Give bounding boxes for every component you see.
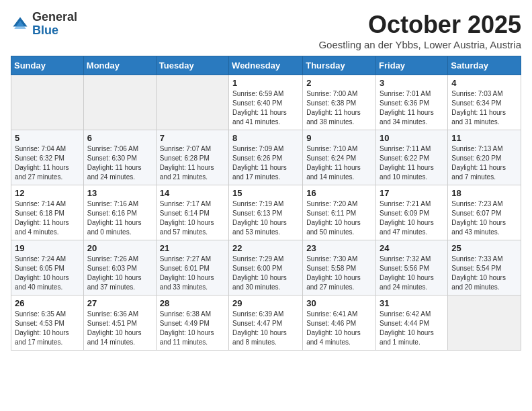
calendar-table: SundayMondayTuesdayWednesdayThursdayFrid… [11,56,521,351]
calendar-cell: 6Sunrise: 7:06 AMSunset: 6:30 PMDaylight… [83,130,156,185]
calendar-cell: 9Sunrise: 7:10 AMSunset: 6:24 PMDaylight… [303,130,376,185]
calendar-cell: 7Sunrise: 7:07 AMSunset: 6:28 PMDaylight… [156,130,228,185]
calendar-cell: 15Sunrise: 7:19 AMSunset: 6:13 PMDayligh… [229,185,303,240]
day-number: 8 [232,133,299,143]
day-number: 15 [232,188,299,198]
day-number: 21 [160,243,225,253]
day-number: 24 [380,243,444,253]
day-of-week-header: Tuesday [156,56,228,75]
day-info: Sunrise: 6:35 AMSunset: 4:53 PMDaylight:… [15,310,80,347]
day-number: 28 [160,298,225,308]
calendar-cell: 14Sunrise: 7:17 AMSunset: 6:14 PMDayligh… [156,185,228,240]
logo-icon [11,15,30,34]
day-info: Sunrise: 7:04 AMSunset: 6:32 PMDaylight:… [15,144,80,182]
day-info: Sunrise: 6:41 AMSunset: 4:46 PMDaylight:… [306,310,372,347]
logo: General Blue [11,11,77,38]
day-info: Sunrise: 7:29 AMSunset: 6:00 PMDaylight:… [232,255,299,292]
day-of-week-header: Monday [83,56,156,75]
day-of-week-header: Wednesday [229,56,303,75]
calendar-cell: 10Sunrise: 7:11 AMSunset: 6:22 PMDayligh… [376,130,448,185]
title-block: October 2025 Goestling an der Ybbs, Lowe… [318,11,521,50]
day-info: Sunrise: 7:21 AMSunset: 6:09 PMDaylight:… [380,199,444,237]
logo-blue: Blue [32,24,58,37]
day-info: Sunrise: 7:26 AMSunset: 6:03 PMDaylight:… [87,255,152,292]
calendar-cell: 22Sunrise: 7:29 AMSunset: 6:00 PMDayligh… [229,240,303,295]
calendar-week-row: 12Sunrise: 7:14 AMSunset: 6:18 PMDayligh… [11,185,521,240]
calendar-cell: 4Sunrise: 7:03 AMSunset: 6:34 PMDaylight… [448,75,521,130]
day-number: 23 [306,243,372,253]
day-number: 2 [306,78,372,88]
calendar-cell: 21Sunrise: 7:27 AMSunset: 6:01 PMDayligh… [156,240,228,295]
day-number: 7 [160,133,225,143]
day-number: 10 [380,133,444,143]
logo-text: General Blue [32,11,77,38]
day-number: 9 [306,133,372,143]
day-info: Sunrise: 7:03 AMSunset: 6:34 PMDaylight:… [451,89,517,127]
calendar-cell: 27Sunrise: 6:36 AMSunset: 4:51 PMDayligh… [83,295,156,351]
day-number: 31 [380,298,444,308]
day-info: Sunrise: 7:13 AMSunset: 6:20 PMDaylight:… [451,144,517,182]
day-number: 19 [15,243,80,253]
day-number: 29 [232,298,299,308]
day-number: 22 [232,243,299,253]
calendar-cell [83,75,156,130]
day-number: 14 [160,188,225,198]
calendar-cell: 13Sunrise: 7:16 AMSunset: 6:16 PMDayligh… [83,185,156,240]
day-number: 16 [306,188,372,198]
calendar-week-row: 26Sunrise: 6:35 AMSunset: 4:53 PMDayligh… [11,295,521,351]
day-number: 6 [87,133,152,143]
calendar-cell: 31Sunrise: 6:42 AMSunset: 4:44 PMDayligh… [376,295,448,351]
day-info: Sunrise: 7:17 AMSunset: 6:14 PMDaylight:… [160,199,225,237]
month-title: October 2025 [318,11,521,39]
day-of-week-header: Thursday [303,56,376,75]
calendar-cell: 20Sunrise: 7:26 AMSunset: 6:03 PMDayligh… [83,240,156,295]
day-info: Sunrise: 7:30 AMSunset: 5:58 PMDaylight:… [306,255,372,292]
calendar-body: 1Sunrise: 6:59 AMSunset: 6:40 PMDaylight… [11,75,521,351]
day-info: Sunrise: 7:14 AMSunset: 6:18 PMDaylight:… [15,199,80,237]
day-of-week-header: Friday [376,56,448,75]
day-info: Sunrise: 7:09 AMSunset: 6:26 PMDaylight:… [232,144,299,182]
day-info: Sunrise: 7:20 AMSunset: 6:11 PMDaylight:… [306,199,372,237]
day-info: Sunrise: 7:33 AMSunset: 5:54 PMDaylight:… [451,255,517,292]
day-number: 1 [232,78,299,88]
day-of-week-header: Sunday [11,56,84,75]
calendar-cell: 23Sunrise: 7:30 AMSunset: 5:58 PMDayligh… [303,240,376,295]
day-info: Sunrise: 7:10 AMSunset: 6:24 PMDaylight:… [306,144,372,182]
calendar-header-row: SundayMondayTuesdayWednesdayThursdayFrid… [11,56,521,75]
day-number: 20 [87,243,152,253]
logo-general: General [32,10,77,24]
calendar-cell: 19Sunrise: 7:24 AMSunset: 6:05 PMDayligh… [11,240,84,295]
day-number: 27 [87,298,152,308]
calendar-cell: 29Sunrise: 6:39 AMSunset: 4:47 PMDayligh… [229,295,303,351]
day-info: Sunrise: 6:36 AMSunset: 4:51 PMDaylight:… [87,310,152,347]
day-number: 26 [15,298,80,308]
day-number: 30 [306,298,372,308]
day-number: 5 [15,133,80,143]
day-number: 25 [451,243,517,253]
day-info: Sunrise: 7:27 AMSunset: 6:01 PMDaylight:… [160,255,225,292]
day-info: Sunrise: 7:06 AMSunset: 6:30 PMDaylight:… [87,144,152,182]
calendar-cell: 18Sunrise: 7:23 AMSunset: 6:07 PMDayligh… [448,185,521,240]
calendar-cell: 16Sunrise: 7:20 AMSunset: 6:11 PMDayligh… [303,185,376,240]
page-header: General Blue October 2025 Goestling an d… [11,11,521,50]
day-info: Sunrise: 7:11 AMSunset: 6:22 PMDaylight:… [380,144,444,182]
day-info: Sunrise: 6:42 AMSunset: 4:44 PMDaylight:… [380,310,444,347]
calendar-week-row: 19Sunrise: 7:24 AMSunset: 6:05 PMDayligh… [11,240,521,295]
day-number: 11 [451,133,517,143]
calendar-cell [156,75,228,130]
calendar-cell: 26Sunrise: 6:35 AMSunset: 4:53 PMDayligh… [11,295,84,351]
location-title: Goestling an der Ybbs, Lower Austria, Au… [318,39,521,50]
day-of-week-header: Saturday [448,56,521,75]
calendar-cell: 28Sunrise: 6:38 AMSunset: 4:49 PMDayligh… [156,295,228,351]
calendar-cell: 12Sunrise: 7:14 AMSunset: 6:18 PMDayligh… [11,185,84,240]
calendar-cell: 25Sunrise: 7:33 AMSunset: 5:54 PMDayligh… [448,240,521,295]
day-info: Sunrise: 6:38 AMSunset: 4:49 PMDaylight:… [160,310,225,347]
day-number: 12 [15,188,80,198]
calendar-week-row: 1Sunrise: 6:59 AMSunset: 6:40 PMDaylight… [11,75,521,130]
day-number: 17 [380,188,444,198]
calendar-cell: 30Sunrise: 6:41 AMSunset: 4:46 PMDayligh… [303,295,376,351]
day-info: Sunrise: 7:24 AMSunset: 6:05 PMDaylight:… [15,255,80,292]
day-info: Sunrise: 7:07 AMSunset: 6:28 PMDaylight:… [160,144,225,182]
calendar-cell: 17Sunrise: 7:21 AMSunset: 6:09 PMDayligh… [376,185,448,240]
day-info: Sunrise: 7:16 AMSunset: 6:16 PMDaylight:… [87,199,152,237]
